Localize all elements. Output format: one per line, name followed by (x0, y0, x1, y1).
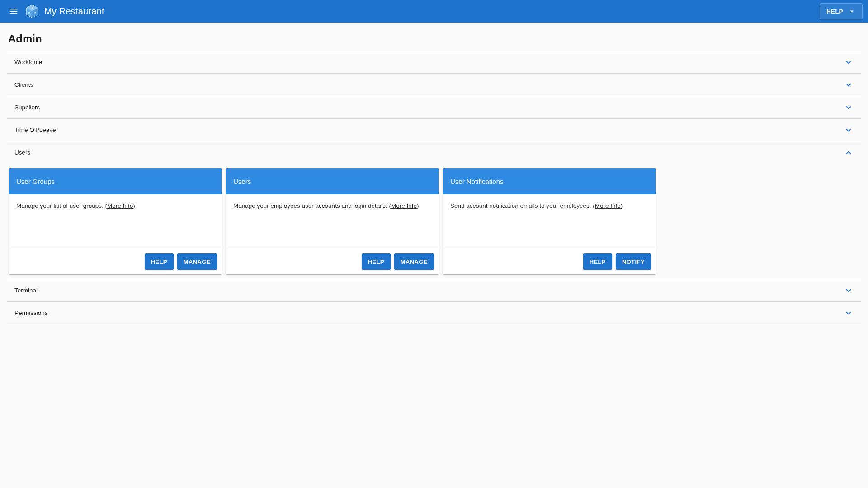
svg-text:B: B (28, 12, 30, 14)
accordion-header-label: Terminal (14, 287, 38, 294)
accordion-header-users[interactable]: Users (7, 141, 861, 164)
accordion-header-time-off-leave[interactable]: Time Off/Leave (7, 119, 861, 141)
accordion-header-suppliers[interactable]: Suppliers (7, 96, 861, 118)
accordion-item-clients: Clients (7, 74, 861, 96)
card-users-help-button[interactable]: HELP (362, 253, 391, 270)
arrow-drop-down-icon (848, 7, 856, 15)
accordion-header-label: Suppliers (14, 104, 40, 111)
accordion-header-terminal[interactable]: Terminal (7, 279, 861, 301)
card-description: Send account notification emails to your… (450, 202, 593, 209)
chevron-up-icon (844, 148, 854, 158)
card-description: Manage your employees user accounts and … (233, 202, 389, 209)
chevron-down-icon (844, 125, 854, 135)
card-user-notifications-help-button[interactable]: HELP (583, 253, 612, 270)
chevron-down-icon (844, 80, 854, 90)
accordion-item-terminal: Terminal (7, 279, 861, 302)
chevron-down-icon (844, 286, 854, 296)
card-user-notifications: User NotificationsSend account notificat… (443, 168, 656, 274)
chevron-down-icon (844, 103, 854, 113)
more-info-link[interactable]: More Info (595, 202, 621, 209)
card-description: Manage your list of user groups. (16, 202, 105, 209)
card-title: Users (233, 178, 251, 185)
card-footer: HELPMANAGE (9, 249, 222, 274)
chevron-down-icon (844, 308, 854, 318)
card-users-manage-button[interactable]: MANAGE (394, 253, 434, 270)
appbar: 1 B M My Restaurant HELP (0, 0, 868, 23)
app-logo: 1 B M (24, 4, 40, 19)
accordion-header-label: Users (14, 149, 30, 156)
card-header: User Groups (9, 168, 222, 194)
hamburger-menu-button[interactable] (5, 3, 22, 19)
accordion-header-permissions[interactable]: Permissions (7, 302, 861, 324)
main-content: Admin WorkforceClientsSuppliersTime Off/… (0, 23, 868, 333)
accordion-header-label: Permissions (14, 310, 48, 316)
accordion-item-users: UsersUser GroupsManage your list of user… (7, 141, 861, 279)
card-users: UsersManage your employees user accounts… (226, 168, 439, 274)
accordion-header-label: Clients (14, 81, 33, 88)
accordion-item-permissions: Permissions (7, 302, 861, 324)
accordion-item-time-off-leave: Time Off/Leave (7, 119, 861, 141)
svg-text:1: 1 (31, 6, 33, 9)
card-user-groups-help-button[interactable]: HELP (145, 253, 174, 270)
accordion-header-clients[interactable]: Clients (7, 74, 861, 96)
card-user-groups-manage-button[interactable]: MANAGE (177, 253, 217, 270)
card-user-groups: User GroupsManage your list of user grou… (9, 168, 222, 274)
card-body: Send account notification emails to your… (443, 194, 656, 249)
card-footer: HELPMANAGE (226, 249, 439, 274)
hamburger-icon (9, 6, 19, 16)
accordion-item-suppliers: Suppliers (7, 96, 861, 119)
card-footer: HELPNOTIFY (443, 249, 656, 274)
card-title: User Notifications (450, 178, 504, 185)
accordion-header-workforce[interactable]: Workforce (7, 51, 861, 73)
accordion-header-label: Workforce (14, 59, 42, 66)
chevron-down-icon (844, 57, 854, 67)
card-header: Users (226, 168, 439, 194)
card-body: Manage your employees user accounts and … (226, 194, 439, 249)
app-title: My Restaurant (44, 6, 104, 17)
accordion-item-workforce: Workforce (7, 51, 861, 74)
card-body: Manage your list of user groups. (More I… (9, 194, 222, 249)
appbar-help-button-label: HELP (826, 8, 843, 15)
card-user-notifications-notify-button[interactable]: NOTIFY (616, 253, 651, 270)
appbar-help-button[interactable]: HELP (820, 3, 863, 19)
users-cards-row: User GroupsManage your list of user grou… (7, 164, 861, 279)
more-info-link[interactable]: More Info (391, 202, 417, 209)
more-info-link[interactable]: More Info (107, 202, 133, 209)
svg-text:M: M (34, 12, 36, 14)
card-header: User Notifications (443, 168, 656, 194)
card-title: User Groups (16, 178, 55, 185)
accordion-header-label: Time Off/Leave (14, 127, 56, 133)
admin-accordion: WorkforceClientsSuppliersTime Off/LeaveU… (7, 51, 861, 324)
page-title: Admin (8, 33, 861, 45)
